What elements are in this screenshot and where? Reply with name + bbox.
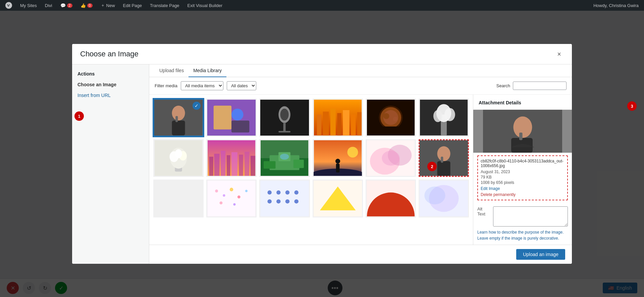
flowers-dark-img bbox=[420, 100, 468, 136]
media-thumbnail bbox=[314, 100, 362, 136]
media-thumbnail bbox=[260, 140, 309, 176]
svg-rect-14 bbox=[317, 114, 321, 135]
svg-rect-27 bbox=[373, 127, 409, 134]
alt-text-input[interactable] bbox=[493, 206, 568, 227]
modal-close-button[interactable]: × bbox=[554, 49, 564, 59]
svg-point-81 bbox=[268, 199, 272, 203]
sidebar-item-insert-url[interactable]: Insert from URL bbox=[72, 90, 149, 101]
media-item[interactable] bbox=[313, 99, 363, 137]
modal-header: Choose an Image × bbox=[72, 44, 572, 64]
exit-visual-builder-item[interactable]: Exit Visual Builder bbox=[185, 0, 225, 11]
date-select[interactable]: All dates bbox=[227, 81, 256, 90]
svg-rect-53 bbox=[293, 159, 304, 168]
tab-upload-files[interactable]: Upload files bbox=[155, 64, 189, 77]
svg-rect-46 bbox=[245, 151, 249, 176]
admin-bar-right: Howdy, Christina Gwira bbox=[591, 0, 641, 11]
triangle-yellow-img bbox=[314, 181, 362, 216]
admin-bar-left: My Sites Divi 💬 2 👍 0 ＋ New Edit Page Tr… bbox=[3, 0, 589, 11]
media-thumbnail bbox=[260, 100, 309, 136]
sunset-person-img bbox=[314, 140, 362, 176]
svg-rect-19 bbox=[351, 114, 356, 135]
media-item[interactable] bbox=[366, 139, 416, 177]
sidebar-item-choose-image[interactable]: Choose an Image bbox=[72, 79, 149, 90]
badge-2: 2 bbox=[427, 162, 437, 171]
media-item[interactable] bbox=[259, 139, 310, 177]
delete-permanently-link[interactable]: Delete permanently bbox=[481, 192, 565, 197]
svg-point-71 bbox=[230, 188, 233, 192]
svg-rect-43 bbox=[227, 155, 230, 176]
comment-badge: 2 bbox=[67, 3, 72, 8]
media-area: ✓ bbox=[149, 95, 572, 245]
aerial-img bbox=[260, 140, 309, 176]
svg-point-92 bbox=[513, 116, 532, 138]
edit-page-item[interactable]: Edit Page bbox=[121, 0, 144, 11]
svg-rect-17 bbox=[337, 113, 341, 136]
howdy-item[interactable]: Howdy, Christina Gwira bbox=[591, 0, 641, 11]
svg-rect-5 bbox=[214, 106, 231, 130]
media-item[interactable] bbox=[419, 99, 469, 137]
attachment-preview bbox=[473, 110, 572, 153]
semicircle-red-img bbox=[367, 181, 415, 216]
attachment-date: August 31, 2023 bbox=[481, 169, 565, 174]
upload-image-button[interactable]: Upload an image bbox=[516, 249, 565, 260]
modal-title: Choose an Image bbox=[80, 50, 139, 58]
media-item[interactable] bbox=[419, 139, 469, 177]
media-item[interactable] bbox=[366, 99, 416, 137]
new-item[interactable]: ＋ New bbox=[99, 0, 117, 11]
edit-image-link[interactable]: Edit Image bbox=[481, 186, 565, 191]
illustration-img bbox=[207, 100, 256, 136]
modal-overlay: Choose an Image × Actions Choose an Imag… bbox=[0, 11, 644, 297]
modal-sidebar: Actions Choose an Image Insert from URL bbox=[72, 64, 149, 264]
svg-point-78 bbox=[276, 191, 280, 195]
media-item[interactable] bbox=[366, 180, 416, 217]
media-item[interactable] bbox=[259, 99, 310, 137]
media-grid-container[interactable]: ✓ bbox=[149, 95, 473, 245]
media-thumbnail bbox=[260, 181, 309, 216]
svg-rect-66 bbox=[437, 161, 450, 176]
svg-point-63 bbox=[382, 151, 399, 165]
media-item[interactable] bbox=[313, 139, 363, 177]
media-thumbnail bbox=[207, 181, 256, 216]
howdy-label: Howdy, Christina Gwira bbox=[593, 3, 639, 8]
media-item[interactable] bbox=[206, 99, 257, 137]
svg-point-79 bbox=[285, 191, 289, 195]
svg-rect-45 bbox=[239, 154, 243, 176]
svg-rect-40 bbox=[209, 156, 213, 176]
svg-point-56 bbox=[347, 147, 358, 157]
media-item[interactable] bbox=[153, 180, 204, 217]
media-type-select[interactable]: All media items Images Audio Video bbox=[181, 81, 223, 90]
sidebar-item-actions[interactable]: Actions bbox=[72, 68, 149, 79]
svg-point-70 bbox=[223, 194, 225, 197]
search-input[interactable] bbox=[513, 82, 567, 90]
divi-item[interactable]: Divi bbox=[43, 0, 54, 11]
flowers-vase-img bbox=[154, 140, 203, 176]
comment-item[interactable]: 💬 2 bbox=[58, 0, 74, 11]
tab-media-library[interactable]: Media Library bbox=[189, 64, 226, 77]
like-item[interactable]: 👍 0 bbox=[78, 0, 95, 11]
svg-rect-20 bbox=[357, 112, 361, 135]
svg-rect-76 bbox=[261, 181, 308, 216]
media-item[interactable] bbox=[206, 180, 257, 217]
svg-point-32 bbox=[444, 108, 455, 121]
my-sites-label: My Sites bbox=[20, 3, 37, 8]
media-item[interactable] bbox=[153, 139, 204, 177]
svg-rect-42 bbox=[221, 151, 225, 176]
my-sites-item[interactable]: My Sites bbox=[18, 0, 39, 11]
tabs-bar: Upload files Media Library bbox=[149, 64, 572, 77]
food-img bbox=[367, 100, 415, 136]
modal-main-content: Upload files Media Library Filter media … bbox=[149, 64, 572, 264]
media-item[interactable] bbox=[419, 180, 469, 217]
translate-page-item[interactable]: Translate Page bbox=[148, 0, 181, 11]
media-item[interactable] bbox=[259, 180, 310, 217]
attachment-preview-img bbox=[473, 110, 572, 153]
media-item[interactable] bbox=[206, 139, 257, 177]
modal-body: Actions Choose an Image Insert from URL … bbox=[72, 64, 572, 264]
filter-media-label: Filter media bbox=[155, 83, 177, 88]
media-item[interactable] bbox=[313, 180, 363, 217]
badge-1: 1 bbox=[74, 111, 84, 121]
media-thumbnail bbox=[367, 100, 415, 136]
city-purple-img bbox=[207, 140, 256, 176]
svg-point-83 bbox=[285, 199, 289, 203]
media-item[interactable]: ✓ bbox=[153, 99, 204, 137]
wp-logo-item[interactable] bbox=[3, 0, 14, 11]
